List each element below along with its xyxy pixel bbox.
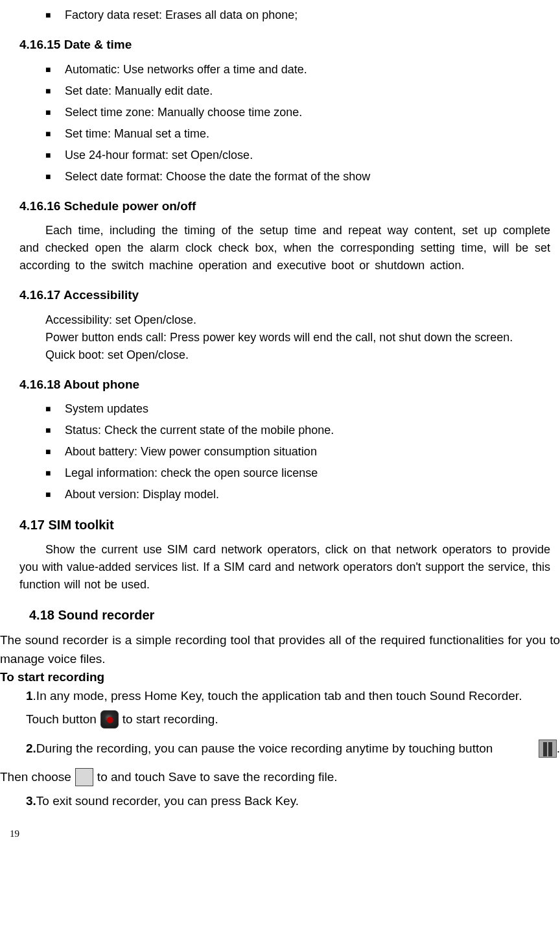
step-2b-pre: Then choose [0,768,71,787]
page-number: 19 [0,826,560,841]
heading-4-17: 4.17 SIM toolkit [19,515,550,535]
step-2-number: 2. [26,740,36,758]
to-start-recording-label: To start recording [0,668,560,687]
step-1-number: 1 [26,689,33,703]
step-1b-pre: Touch button [26,710,97,729]
list-item: Select date format: Choose the date the … [45,168,550,186]
intro-bullet-list: Factory data reset: Erases all data on p… [45,6,550,24]
sim-toolkit-body: Show the current use SIM card network op… [10,541,550,594]
step-3-number: 3. [26,794,36,808]
accessibility-p1: Accessibility: set Open/close. [10,311,550,329]
heading-4-18: 4.18 Sound recorder [29,605,550,625]
heading-4-16-15: 4.16.15 Date & time [19,36,550,54]
list-item: About battery: View power consumption si… [45,443,550,461]
list-item: Set time: Manual set a time. [45,125,550,143]
date-time-list: Automatic: Use networks offer a time and… [45,61,550,186]
heading-4-16-18: 4.16.18 About phone [19,376,550,394]
about-phone-list: System updates Status: Check the current… [45,400,550,503]
accessibility-p2: Power button ends call: Press power key … [10,329,550,346]
pause-icon [539,740,557,758]
list-item: Use 24-hour format: set Open/close. [45,147,550,164]
step-1: 1.In any mode, press Home Key, touch the… [0,687,560,706]
list-item: Automatic: Use networks offer a time and… [45,61,550,78]
list-item: System updates [45,400,550,418]
step-3: 3.To exit sound recorder, you can press … [0,792,560,811]
step-2b: Then choose to and touch Save to save th… [0,768,560,787]
step-1b: Touch button to start recording. [0,710,560,729]
list-item: Factory data reset: Erases all data on p… [45,6,550,24]
list-item: Status: Check the current state of the m… [45,422,550,439]
record-icon [100,710,119,728]
heading-4-16-17: 4.16.17 Accessibility [19,286,550,305]
step-2b-post: to and touch Save to save the recording … [97,768,338,787]
step-2-text: During the recording, you can pause the … [36,740,493,758]
sound-recorder-intro: The sound recorder is a simple recording… [0,631,560,668]
heading-4-16-16: 4.16.16 Schedule power on/off [19,197,550,216]
step-2: 2.During the recording, you can pause th… [0,740,560,758]
step-3-text: To exit sound recorder, you can press Ba… [36,794,299,808]
schedule-power-body: Each time, including the timing of the s… [10,222,550,274]
list-item: Set date: Manually edit date. [45,82,550,100]
accessibility-p3: Quick boot: set Open/close. [10,346,550,364]
step-2-end: . [557,740,560,758]
list-item: About version: Display model. [45,486,550,503]
list-item: Legal information: check the open source… [45,464,550,482]
step-1-text: .In any mode, press Home Key, touch the … [33,689,522,703]
step-1b-post: to start recording. [122,710,218,729]
list-item: Select time zone: Manually choose time z… [45,104,550,121]
stop-icon [75,768,93,786]
